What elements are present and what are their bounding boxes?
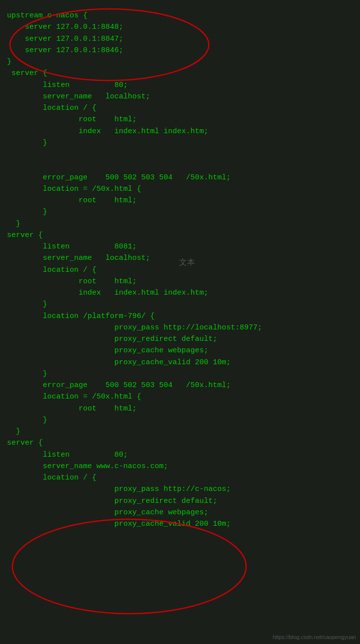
code-container: upstream c-nacos { server 127.0.0.1:8848… <box>0 0 360 644</box>
code-block: upstream c-nacos { server 127.0.0.1:8848… <box>0 5 360 535</box>
annotation-text: 文本 <box>179 257 195 268</box>
watermark: https://blog.csdn.net/caopengyuan <box>272 634 356 640</box>
